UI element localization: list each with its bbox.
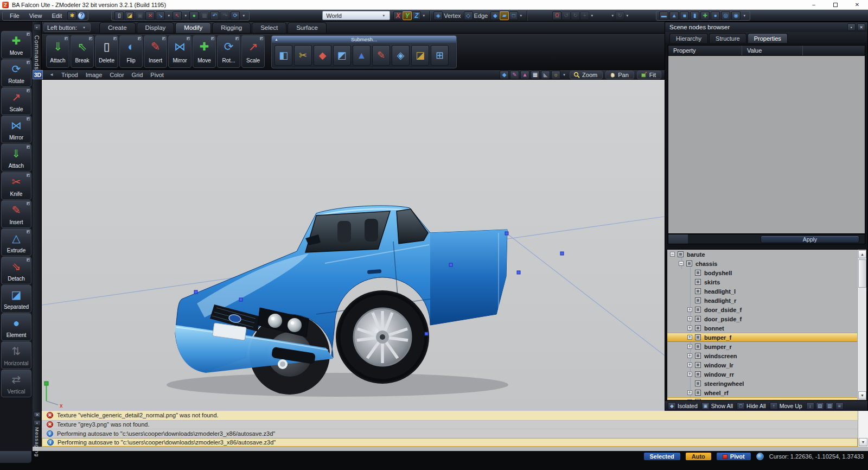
expand-icon[interactable]: + [687, 372, 692, 377]
tree-item-skirts[interactable]: skirts [667, 277, 866, 287]
list-view-icon[interactable]: ▥ [826, 402, 834, 410]
column-property[interactable]: Property [668, 46, 742, 55]
expand-corner-icon[interactable] [89, 37, 92, 40]
extra-dropdown[interactable]: ▾ [624, 11, 630, 20]
expand-icon[interactable]: + [687, 399, 692, 401]
sidebar-tool-element[interactable]: ●Element [1, 313, 31, 341]
expand-icon[interactable]: + [687, 307, 692, 312]
move-up-button[interactable]: Move Up [780, 403, 802, 409]
viewport-menu-image[interactable]: Image [86, 72, 103, 78]
tree-item-headlight-r[interactable]: headlight_r [667, 296, 866, 305]
pin-icon[interactable]: ▪ [847, 23, 856, 31]
tree-item-bonnet[interactable]: +bonnet [667, 323, 866, 333]
edge-mode-icon[interactable]: ◇ [464, 11, 473, 20]
refresh-button[interactable]: ⟳ [231, 11, 240, 20]
submesh-tool-button[interactable]: ◧ [275, 45, 292, 66]
break-button[interactable]: ⇖Break [71, 35, 94, 68]
close-messages-icon[interactable]: ✕ [34, 412, 41, 418]
column-value[interactable]: Value [742, 46, 803, 55]
message-row[interactable]: i Performing autosave to "c:\users\coope… [42, 429, 858, 438]
node-icon[interactable] [678, 251, 684, 257]
close-panel-icon[interactable]: ✕ [857, 23, 865, 31]
open-file-button[interactable]: ◪ [125, 11, 134, 20]
expand-corner-icon[interactable] [211, 37, 214, 40]
message-row[interactable]: ✕ Texture "vehicle_generic_detail2_norma… [42, 411, 858, 420]
tab-surface[interactable]: Surface [288, 22, 327, 33]
sphere-primitive-icon[interactable]: ● [711, 11, 720, 20]
scale-button[interactable]: ↗Scale [241, 35, 265, 68]
node-icon[interactable] [695, 297, 701, 303]
dark-shade-icon[interactable]: ◣ [541, 71, 550, 79]
help-icon[interactable]: ? [78, 12, 85, 20]
expand-icon[interactable]: + [687, 390, 692, 395]
torus-primitive-icon[interactable]: ◎ [721, 11, 730, 20]
submesh-tool-button[interactable]: ◪ [411, 45, 429, 66]
expand-corner-icon[interactable] [113, 37, 117, 40]
sidebar-tool-horizontal[interactable]: ⇅Horizontal [1, 341, 31, 369]
submesh-tool-button[interactable]: ⊞ [431, 45, 449, 66]
polygon-mode-icon[interactable]: ▰ [500, 11, 509, 20]
expand-corner-icon[interactable] [27, 117, 30, 120]
shaded-mode-icon[interactable]: ◆ [500, 71, 509, 79]
messages-scrollbar[interactable]: ▼ [858, 411, 868, 447]
tree-item-wheel-rf[interactable]: +wheel_rf [667, 388, 866, 397]
reorder-icon[interactable]: ▤ [816, 402, 824, 410]
expand-corner-icon[interactable] [65, 37, 68, 40]
expand-corner-icon[interactable] [27, 202, 30, 205]
node-icon[interactable] [695, 316, 701, 322]
mirror-button[interactable]: ⋈Mirror [168, 35, 192, 68]
move-down-icon[interactable]: ↓ [806, 402, 814, 410]
object-mode-icon[interactable]: □ [509, 11, 518, 20]
tree-item-bumper-r[interactable]: +bumper_r [667, 342, 866, 351]
primitives-dropdown[interactable]: ▾ [742, 11, 747, 20]
viewport-menu-color[interactable]: Color [110, 72, 124, 78]
tab-hierarchy[interactable]: Hierarchy [669, 33, 708, 43]
flip-button[interactable]: ◐Flip [119, 35, 143, 68]
tree-scrollbar[interactable]: ▲ ▼ [857, 250, 866, 400]
expand-icon[interactable]: + [687, 344, 692, 349]
tree-item-bodyshell[interactable]: bodyshell [667, 268, 866, 277]
tree-item-steeringwheel[interactable]: steeringwheel [667, 379, 866, 388]
zoom-button[interactable]: Zoom [570, 71, 603, 79]
extra-tool-icon[interactable]: ↻ [615, 11, 624, 20]
node-icon[interactable] [695, 380, 701, 386]
collapse-icon[interactable]: − [670, 252, 675, 257]
node-icon[interactable] [695, 344, 701, 350]
tree-item-windscreen[interactable]: +windscreen [667, 351, 866, 360]
node-icon[interactable] [695, 279, 701, 285]
vertex-mode-label[interactable]: Vertex [444, 12, 461, 19]
expand-corner-icon[interactable] [27, 61, 30, 64]
isolated-button[interactable]: Isolated [678, 403, 698, 409]
tree-item-window-rr[interactable]: +window_rr [667, 370, 866, 379]
expand-corner-icon[interactable] [27, 230, 30, 233]
collapse-left-icon[interactable]: ◄ [49, 72, 54, 77]
pivot-mode-badge[interactable]: Pivot [717, 453, 751, 460]
submesh-tool-button[interactable]: ◆ [314, 45, 331, 66]
expand-icon[interactable]: + [687, 316, 692, 321]
close-button[interactable]: ✕ [846, 0, 868, 9]
export-button[interactable]: ↖ [173, 11, 182, 20]
sidebar-tool-detach[interactable]: ⇘Detach [1, 257, 31, 284]
menu-view[interactable]: View [25, 12, 47, 19]
node-icon[interactable] [695, 362, 701, 368]
snap-dropdown[interactable]: ▾ [589, 11, 595, 20]
tree-item-bumper-f-selected[interactable]: +bumper_f [667, 333, 866, 342]
auto-mode-badge[interactable]: Auto [686, 453, 711, 460]
message-row[interactable]: ✕ Texture "grey3.png" was not found. [42, 420, 858, 429]
tree-item-window-lr[interactable]: +window_lr [667, 360, 866, 370]
minimize-button[interactable]: – [803, 0, 825, 9]
isolated-icon[interactable]: ◆ [668, 402, 676, 410]
expand-corner-icon[interactable] [27, 33, 30, 36]
cube-primitive-icon[interactable]: ■ [680, 11, 689, 20]
viewport-menu-tripod[interactable]: Tripod [61, 72, 78, 78]
hide-all-icon[interactable]: □ [737, 402, 745, 410]
extra-dropdown[interactable]: ▾ [610, 11, 615, 20]
sidebar-tool-attach[interactable]: ⇓Attach [1, 144, 31, 172]
settings-icon[interactable]: ✱ [67, 11, 76, 20]
material-editor-button[interactable]: ▦ [200, 11, 209, 20]
sidebar-tool-extrude[interactable]: △Extrude [1, 228, 31, 256]
hide-all-button[interactable]: Hide All [746, 403, 766, 409]
expand-icon[interactable]: + [687, 353, 692, 358]
node-icon[interactable] [686, 261, 692, 266]
submesh-tool-button[interactable]: ◩ [333, 45, 351, 66]
